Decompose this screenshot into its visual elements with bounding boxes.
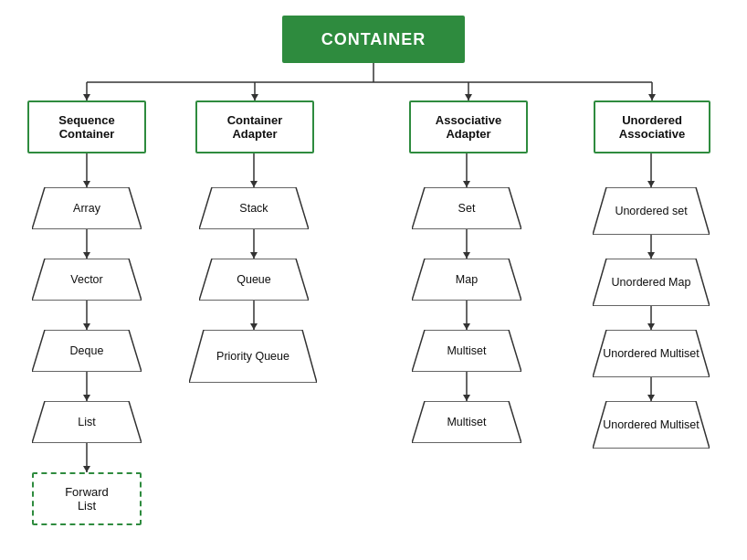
uno-label: Unordered Associative <box>619 113 685 141</box>
root-node: CONTAINER <box>282 16 465 63</box>
svg-marker-25 <box>83 395 90 401</box>
svg-marker-30 <box>463 181 470 187</box>
svg-marker-39 <box>251 94 258 100</box>
svg-marker-47 <box>199 259 309 301</box>
seq-label: Sequence Container <box>58 113 114 141</box>
asc-label: Associative Adapter <box>436 113 501 141</box>
svg-marker-52 <box>412 401 521 443</box>
svg-marker-36 <box>647 323 655 330</box>
root-label: CONTAINER <box>321 30 426 49</box>
category-sequence: Sequence Container <box>27 100 146 153</box>
trap-vector: Vector <box>32 259 142 301</box>
trap-priority-queue: Priority Queue <box>189 330 317 383</box>
svg-marker-29 <box>250 323 258 330</box>
trap-unordered-map: Unordered Map <box>593 259 710 306</box>
category-adapter: Container Adapter <box>195 100 314 153</box>
svg-marker-53 <box>593 187 710 235</box>
svg-marker-24 <box>83 323 90 330</box>
svg-marker-44 <box>32 330 142 372</box>
trap-stack: Stack <box>199 187 309 229</box>
forward-list-label: Forward List <box>65 485 109 512</box>
trap-set: Set <box>412 187 521 229</box>
svg-marker-32 <box>463 323 470 330</box>
svg-marker-42 <box>32 187 142 229</box>
trap-queue: Queue <box>199 259 309 301</box>
svg-marker-38 <box>83 94 90 100</box>
trap-unordered-multiset-1: Unordered Multiset <box>593 330 710 377</box>
category-associative: Associative Adapter <box>409 100 528 153</box>
svg-marker-23 <box>83 252 90 259</box>
trap-multiset-1: Multiset <box>412 330 521 372</box>
svg-marker-55 <box>593 330 710 377</box>
svg-marker-31 <box>463 252 470 259</box>
svg-marker-51 <box>412 330 521 372</box>
svg-marker-45 <box>32 401 142 443</box>
adp-label: Container Adapter <box>227 113 283 141</box>
svg-marker-49 <box>412 187 521 229</box>
svg-marker-34 <box>647 181 655 187</box>
svg-marker-26 <box>83 466 90 472</box>
svg-marker-56 <box>593 401 710 449</box>
svg-marker-35 <box>647 252 655 259</box>
diagram: CONTAINER Sequence Container Container A… <box>0 0 747 560</box>
trap-multiset-2: Multiset <box>412 401 521 443</box>
trap-map: Map <box>412 259 521 301</box>
svg-marker-40 <box>465 94 472 100</box>
svg-marker-43 <box>32 259 142 301</box>
svg-marker-46 <box>199 187 309 229</box>
trap-array: Array <box>32 187 142 229</box>
svg-marker-22 <box>83 181 90 187</box>
svg-marker-33 <box>463 395 470 401</box>
svg-marker-41 <box>648 94 656 100</box>
category-unordered: Unordered Associative <box>594 100 710 153</box>
svg-marker-48 <box>189 330 317 383</box>
svg-marker-27 <box>250 181 258 187</box>
trap-unordered-multiset-2: Unordered Multiset <box>593 401 710 449</box>
svg-marker-37 <box>647 395 655 401</box>
trap-list: List <box>32 401 142 443</box>
svg-marker-50 <box>412 259 521 301</box>
dashed-forward-list: Forward List <box>32 472 142 525</box>
svg-marker-54 <box>593 259 710 306</box>
trap-deque: Deque <box>32 330 142 372</box>
svg-marker-28 <box>250 252 258 259</box>
trap-unordered-set: Unordered set <box>593 187 710 235</box>
